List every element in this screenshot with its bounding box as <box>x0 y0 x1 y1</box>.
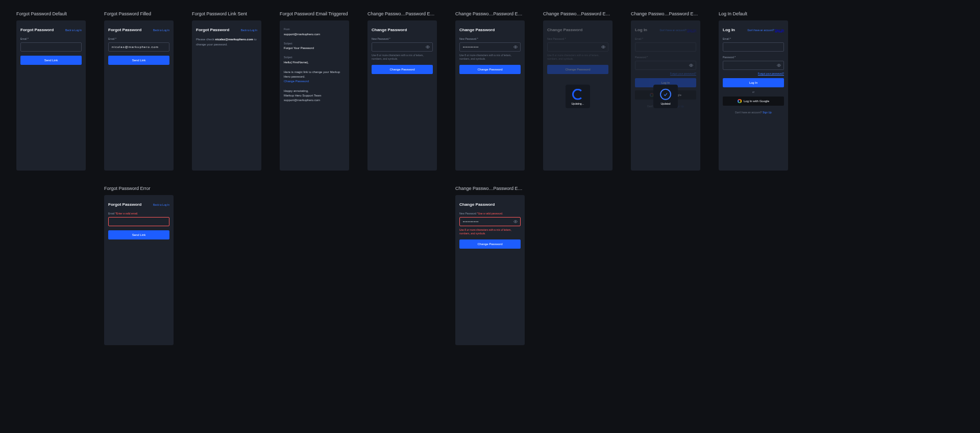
email-subject-value: Forgot Your Password <box>284 46 345 51</box>
back-to-login-link[interactable]: Back to Log In <box>153 203 169 206</box>
email-input <box>635 42 696 52</box>
new-password-label: New Password * <box>547 37 608 40</box>
card: From support@markuphero.com Subject Forg… <box>280 20 349 171</box>
google-icon <box>738 99 742 103</box>
or-divider: or <box>723 90 784 93</box>
change-password-button[interactable]: Change Password <box>459 65 521 74</box>
toast-text: Updated <box>661 102 671 105</box>
card-title: Forgot Password <box>20 28 54 32</box>
screen-label: Change Passwo…Password Email <box>631 11 700 16</box>
send-link-button[interactable]: Send Link <box>108 230 169 239</box>
screen-login-default: Log In Default Log In Don't have an acco… <box>719 11 788 171</box>
updated-toast: Updated <box>653 85 678 108</box>
signup-link[interactable]: Sign Up <box>775 29 784 32</box>
email-from-label: From <box>284 28 345 32</box>
screen-forgot-password-link-sent: Forgot Password Link Sent Forgot Passwor… <box>192 11 261 171</box>
new-password-input[interactable] <box>459 42 521 52</box>
toggle-visibility-icon[interactable] <box>777 63 781 67</box>
signup-link-bottom[interactable]: Sign Up <box>763 111 772 114</box>
signup-prompt: Don't have an account? Sign Up <box>659 29 696 32</box>
password-error-text: *Use a valid password. <box>477 212 503 215</box>
new-password-label: New Password * <box>459 37 521 40</box>
signup-prompt: Don't have an account? Sign Up <box>747 29 784 32</box>
email-label: Email * <box>20 37 82 40</box>
email-label: Email * <box>723 37 784 40</box>
svg-point-1 <box>515 46 516 47</box>
change-password-button[interactable]: Change Password <box>459 239 521 249</box>
screen-forgot-password-error: Forgot Password Error Forgot Password Ba… <box>104 186 174 345</box>
email-signoff-1: Happy annotating, <box>284 89 345 93</box>
password-helper: Use 8 or more characters with a mix of l… <box>547 54 608 61</box>
card-title: Log In <box>723 28 735 32</box>
email-input[interactable] <box>108 42 169 52</box>
confirmation-text: Please check nicalez@markuphero.com to c… <box>196 37 257 47</box>
password-input[interactable] <box>723 61 784 70</box>
toggle-visibility-icon[interactable] <box>513 220 518 224</box>
screen-forgot-password-default: Forgot Password Default Forgot Password … <box>16 11 86 171</box>
back-to-login-link[interactable]: Back to Log In <box>153 29 169 32</box>
svg-point-2 <box>603 46 604 47</box>
email-label: Email * <box>635 37 696 40</box>
toast-text: Updating… <box>571 102 584 105</box>
card-title: Change Password <box>459 28 495 32</box>
new-password-input[interactable] <box>372 42 433 52</box>
card-title: Forgot Password <box>196 28 229 32</box>
svg-point-3 <box>691 65 692 66</box>
email-label: Email * <box>108 37 169 40</box>
email-subject2-label: Subject <box>284 56 345 60</box>
check-icon <box>660 89 671 100</box>
forgot-password-link[interactable]: Forgot your password? <box>723 72 784 75</box>
new-password-label: New Password *Use a valid password. <box>459 212 521 215</box>
card-title: Change Password <box>372 28 407 32</box>
toggle-visibility-icon[interactable] <box>513 45 518 49</box>
card-title: Change Password <box>459 202 495 207</box>
new-password-input[interactable] <box>459 217 521 226</box>
card: Forgot Password Back to Log In Email * S… <box>104 20 174 171</box>
svg-point-0 <box>427 46 428 47</box>
card-title: Forgot Password <box>108 28 141 32</box>
send-link-button[interactable]: Send Link <box>108 56 169 65</box>
password-label: Password * <box>723 56 784 59</box>
card: Forgot Password Back to Log In Email *En… <box>104 195 174 345</box>
new-password-input <box>547 42 608 52</box>
send-link-button[interactable]: Send Link <box>20 56 82 65</box>
login-button[interactable]: Log In <box>723 78 784 87</box>
screen-label: Change Passwo…Password Email <box>455 11 525 16</box>
card-title: Forgot Password <box>108 202 141 207</box>
toggle-visibility-icon[interactable] <box>426 45 430 49</box>
email-input[interactable] <box>20 42 82 52</box>
toggle-visibility-icon <box>601 45 605 49</box>
screen-label: Forgot Password Link Sent <box>192 11 261 16</box>
email-signoff-2: Markup Hero Support Team <box>284 93 345 98</box>
card: Change Password New Password * Use 8 or … <box>543 20 612 171</box>
signup-link: Sign Up <box>687 29 696 32</box>
screen-label: Change Passwo…Password Email <box>455 186 525 191</box>
card: Change Password New Password *Use a vali… <box>455 195 525 345</box>
screen-label: Log In Default <box>719 11 788 16</box>
artboard-grid: Forgot Password Default Forgot Password … <box>16 11 964 345</box>
back-to-login-link[interactable]: Back to Log In <box>65 29 82 32</box>
toggle-visibility-icon <box>689 63 693 67</box>
login-with-google-button[interactable]: Log In with Google <box>723 97 784 106</box>
back-to-login-link[interactable]: Back to Log In <box>241 29 257 32</box>
email-input[interactable] <box>108 217 169 226</box>
card-title: Log In <box>635 28 647 32</box>
change-password-button[interactable]: Change Password <box>372 65 433 74</box>
screen-label: Forgot Password Filled <box>104 11 174 16</box>
screen-label: Change Passwo…Password Email <box>543 11 612 16</box>
forgot-password-link: Forgot your password? <box>635 72 696 75</box>
email-label: Email *Enter a valid email. <box>108 212 169 215</box>
screen-change-password-error: Change Passwo…Password Email Change Pass… <box>455 186 525 345</box>
email-signoff-3: support@markuphero.com <box>284 98 345 103</box>
screen-label: Forgot Password Default <box>16 11 86 16</box>
screen-label: Change Passwo…Password Email <box>368 11 437 16</box>
card: Forgot Password Back to Log In Email * S… <box>16 20 86 171</box>
svg-point-4 <box>778 65 779 66</box>
change-password-link[interactable]: Change Password <box>284 80 309 83</box>
password-label: Password * <box>635 56 696 59</box>
email-greeting: Hello{ FirstName}, <box>284 60 345 65</box>
password-helper: Use 8 or more characters with a mix of l… <box>459 54 521 61</box>
email-input[interactable] <box>723 42 784 52</box>
password-helper: Use 8 or more characters with a mix of l… <box>459 228 521 235</box>
screen-change-password-updated: Change Passwo…Password Email Log In Don'… <box>631 11 700 171</box>
